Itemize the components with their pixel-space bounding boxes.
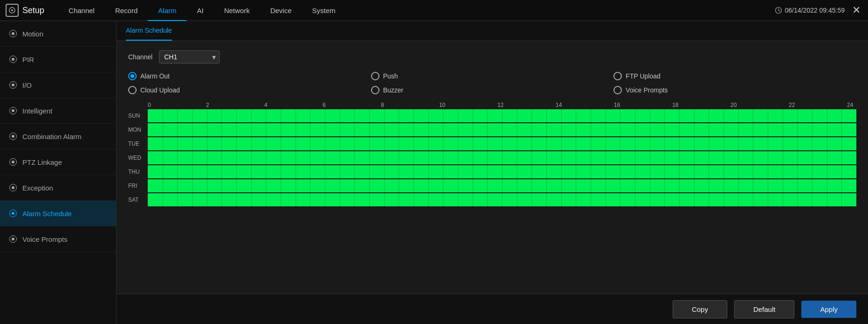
logo-icon	[6, 4, 19, 17]
options-row-2: Cloud Upload Buzzer Voice Prompts	[128, 86, 856, 94]
sidebar-item-alarm-schedule[interactable]: Alarm Schedule	[0, 201, 116, 226]
label-cloud-upload: Cloud Upload	[140, 86, 180, 94]
close-button[interactable]: ✕	[850, 2, 862, 18]
option-cloud-upload: Cloud Upload	[128, 86, 371, 94]
day-label-mon: MON	[128, 127, 148, 133]
grid-cells-fri[interactable]	[148, 179, 856, 192]
logo-title: Setup	[22, 6, 44, 15]
grid-area: SUNMONTUEWEDTHUFRISAT	[128, 109, 856, 206]
sidebar-item-ptz-linkage[interactable]: PTZ Linkage	[0, 149, 116, 175]
time-label-16: 16	[614, 102, 672, 108]
time-label-18: 18	[672, 102, 730, 108]
grid-cells-mon[interactable]	[148, 123, 856, 136]
channel-row: Channel CH1 CH2 CH3 CH4 CH5 CH6 CH7 CH8	[128, 50, 856, 63]
datetime-display: 06/14/2022 09:45:59	[775, 7, 845, 14]
nav-ai[interactable]: AI	[186, 0, 214, 21]
time-label-0: 0	[148, 102, 206, 108]
sidebar-item-voice-prompts[interactable]: Voice Prompts	[0, 226, 116, 252]
nav-channel[interactable]: Channel	[58, 0, 105, 21]
time-label-8: 8	[381, 102, 439, 108]
grid-cells-sun[interactable]	[148, 109, 856, 122]
sidebar: Motion PIR I/O Intelligent Combination A…	[0, 21, 117, 324]
radio-ftp-upload[interactable]	[613, 72, 622, 80]
sidebar-label-combination-alarm: Combination Alarm	[22, 133, 82, 141]
sidebar-label-ptz-linkage: PTZ Linkage	[22, 158, 62, 166]
day-label-sat: SAT	[128, 197, 148, 203]
grid-row-wed[interactable]: WED	[128, 151, 856, 164]
option-alarm-out: Alarm Out	[128, 72, 371, 80]
radio-alarm-out[interactable]	[128, 72, 137, 80]
intelligent-icon	[9, 107, 17, 114]
sidebar-item-pir[interactable]: PIR	[0, 47, 116, 72]
voice-prompts-icon	[9, 235, 17, 243]
grid-cells-wed[interactable]	[148, 151, 856, 164]
time-label-2: 2	[206, 102, 264, 108]
sidebar-label-exception: Exception	[22, 184, 53, 192]
channel-select[interactable]: CH1 CH2 CH3 CH4 CH5 CH6 CH7 CH8	[159, 50, 220, 63]
sidebar-label-voice-prompts: Voice Prompts	[22, 235, 68, 243]
clock-icon	[775, 7, 782, 14]
nav-system[interactable]: System	[302, 0, 346, 21]
option-ftp-upload: FTP Upload	[613, 72, 856, 80]
grid-row-thu[interactable]: THU	[128, 165, 856, 178]
time-label-10: 10	[439, 102, 497, 108]
radio-push[interactable]	[371, 72, 379, 80]
alarm-schedule-icon	[9, 210, 17, 217]
copy-button[interactable]: Copy	[673, 300, 727, 318]
time-label-14: 14	[556, 102, 614, 108]
sidebar-label-alarm-schedule: Alarm Schedule	[22, 210, 72, 218]
nav-network[interactable]: Network	[214, 0, 260, 21]
label-buzzer: Buzzer	[383, 86, 404, 94]
grid-cells-sat[interactable]	[148, 193, 856, 206]
sidebar-label-io: I/O	[22, 81, 32, 89]
ptz-linkage-icon	[9, 158, 17, 166]
time-axis: 024681012141618202224	[148, 102, 856, 108]
grid-row-fri[interactable]: FRI	[128, 179, 856, 192]
bottom-bar: Copy Default Apply	[117, 294, 868, 324]
radio-buzzer[interactable]	[371, 86, 379, 94]
sidebar-item-io[interactable]: I/O	[0, 72, 116, 98]
content-body: Channel CH1 CH2 CH3 CH4 CH5 CH6 CH7 CH8	[117, 41, 868, 294]
nav-alarm[interactable]: Alarm	[148, 0, 186, 21]
header-right: 06/14/2022 09:45:59 ✕	[775, 2, 862, 18]
channel-select-wrapper: CH1 CH2 CH3 CH4 CH5 CH6 CH7 CH8	[159, 50, 220, 63]
sidebar-item-intelligent[interactable]: Intelligent	[0, 98, 116, 124]
option-voice-prompts: Voice Prompts	[613, 86, 856, 94]
default-button[interactable]: Default	[734, 300, 795, 318]
radio-voice-prompts[interactable]	[613, 86, 622, 94]
day-label-tue: TUE	[128, 141, 148, 147]
tab-alarm-schedule[interactable]: Alarm Schedule	[126, 21, 172, 41]
sidebar-label-pir: PIR	[22, 56, 34, 63]
pir-icon	[9, 56, 17, 63]
grid-row-sat[interactable]: SAT	[128, 193, 856, 206]
apply-button[interactable]: Apply	[801, 301, 856, 318]
time-label-12: 12	[497, 102, 556, 108]
motion-icon	[9, 30, 17, 37]
sidebar-item-motion[interactable]: Motion	[0, 21, 116, 47]
time-label-6: 6	[323, 102, 381, 108]
grid-cells-tue[interactable]	[148, 137, 856, 150]
sidebar-item-combination-alarm[interactable]: Combination Alarm	[0, 124, 116, 149]
combination-alarm-icon	[9, 133, 17, 140]
nav-device[interactable]: Device	[260, 0, 302, 21]
nav-record[interactable]: Record	[105, 0, 148, 21]
label-ftp-upload: FTP Upload	[626, 72, 660, 80]
grid-row-mon[interactable]: MON	[128, 123, 856, 136]
grid-cells-thu[interactable]	[148, 165, 856, 178]
radio-cloud-upload[interactable]	[128, 86, 137, 94]
exception-icon	[9, 184, 17, 191]
main-nav: Channel Record Alarm AI Network Device S…	[58, 0, 774, 21]
channel-label: Channel	[128, 53, 152, 61]
option-buzzer: Buzzer	[371, 86, 614, 94]
label-push: Push	[383, 72, 398, 80]
schedule-grid-container: 024681012141618202224 SUNMONTUEWEDTHUFRI…	[128, 102, 856, 206]
grid-row-sun[interactable]: SUN	[128, 109, 856, 122]
grid-row-tue[interactable]: TUE	[128, 137, 856, 150]
options-row-1: Alarm Out Push FTP Upload	[128, 72, 856, 80]
io-icon	[9, 81, 17, 89]
header: Setup Channel Record Alarm AI Network De…	[0, 0, 868, 21]
day-label-fri: FRI	[128, 183, 148, 189]
content-header: Alarm Schedule	[117, 21, 868, 41]
sidebar-item-exception[interactable]: Exception	[0, 175, 116, 201]
day-label-thu: THU	[128, 169, 148, 175]
